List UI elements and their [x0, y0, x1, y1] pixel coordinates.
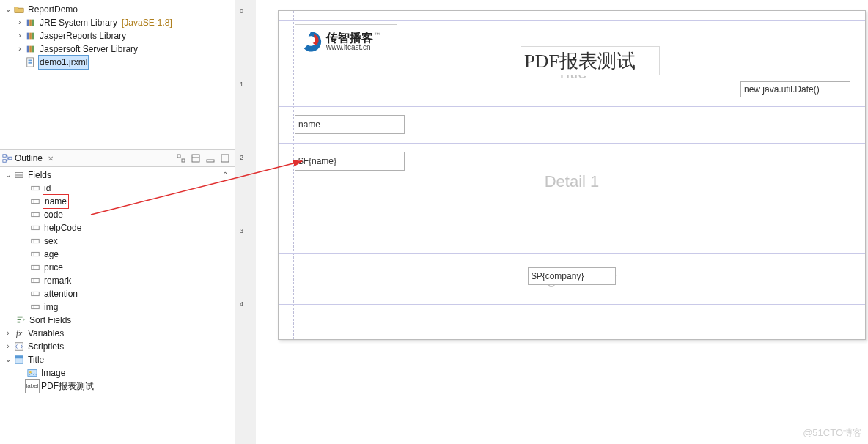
fields-node[interactable]: ⌄ Fields ⌃: [0, 169, 235, 182]
band-label-detail: Detail 1: [545, 172, 600, 191]
logo-swirl-icon: [298, 29, 323, 54]
svg-rect-23: [32, 186, 40, 190]
company-expression[interactable]: $P{company}: [528, 267, 616, 285]
field-label: helpCode: [43, 221, 83, 234]
expand-icon[interactable]: ›: [15, 16, 25, 29]
svg-rect-25: [32, 199, 40, 203]
watermark-text: @51CTO博客: [803, 426, 862, 440]
expand-icon[interactable]: ›: [15, 42, 25, 56]
svg-rect-19: [207, 160, 214, 162]
field-remark[interactable]: remark: [0, 274, 235, 287]
field-icon: [29, 248, 41, 260]
scriptlets-label: Scriptlets: [26, 340, 65, 353]
field-img[interactable]: img: [0, 300, 235, 314]
detail-band[interactable]: Detail 1 $F{name}: [293, 143, 850, 253]
field-price[interactable]: price: [0, 261, 235, 274]
field-label: img: [43, 300, 59, 314]
toolbar-button[interactable]: [174, 152, 188, 165]
svg-point-47: [29, 371, 32, 374]
field-name-expr[interactable]: $F{name}: [295, 152, 405, 171]
field-sex[interactable]: sex: [0, 234, 235, 248]
svg-rect-35: [32, 265, 40, 269]
svg-rect-21: [15, 173, 23, 175]
collapse-icon[interactable]: ⌃: [220, 169, 230, 182]
field-id[interactable]: id: [0, 182, 235, 195]
outline-icon: [1, 152, 13, 164]
jasper-lib-label: JasperReports Library: [38, 29, 128, 42]
field-icon: [29, 275, 41, 286]
jre-library[interactable]: › JRE System Library [JavaSE-1.8]: [0, 16, 235, 29]
page-footer-band[interactable]: Page Footer $P{company}: [293, 257, 850, 301]
column-header-band[interactable]: name: [293, 111, 850, 140]
title-label-node[interactable]: label PDF报表测试: [0, 380, 235, 393]
project-root-label: ReportDemo: [26, 3, 79, 16]
expand-icon[interactable]: ›: [15, 29, 25, 42]
field-icon: [29, 209, 41, 221]
jasper-library[interactable]: › JasperReports Library: [0, 29, 235, 42]
jrxml-icon: [25, 56, 37, 68]
title-label-text: PDF报表测试: [40, 380, 95, 393]
expand-icon[interactable]: ›: [3, 327, 13, 340]
svg-rect-37: [32, 278, 40, 282]
expand-icon[interactable]: ⌄: [3, 353, 13, 366]
field-icon: [29, 182, 41, 194]
field-code[interactable]: code: [0, 208, 235, 221]
report-page[interactable]: Title 传智播客 ™ www.itcast.cn: [278, 10, 866, 340]
minimize-icon[interactable]: [204, 152, 217, 165]
outline-tree[interactable]: ⌄ Fields ⌃ idnamecodehelpCodesexageprice…: [0, 167, 235, 444]
field-label: attention: [43, 287, 79, 300]
design-canvas[interactable]: Title 传智播客 ™ www.itcast.cn: [256, 0, 868, 444]
date-expression[interactable]: new java.util.Date(): [740, 81, 850, 97]
close-icon[interactable]: ✕: [44, 152, 57, 165]
field-attention[interactable]: attention: [0, 287, 235, 300]
svg-rect-6: [27, 46, 29, 53]
toolbar-button[interactable]: [189, 152, 202, 165]
fields-label: Fields: [26, 169, 53, 182]
server-library[interactable]: › Jaspersoft Server Library: [0, 42, 235, 56]
variables-node[interactable]: › fx Variables: [0, 327, 235, 340]
outline-title: Outline: [15, 153, 43, 163]
field-label: age: [43, 248, 60, 261]
expand-icon[interactable]: ⌄: [3, 3, 13, 16]
report-designer: 0 1 2 3 4 Title: [235, 0, 868, 444]
svg-rect-27: [32, 212, 40, 216]
field-icon: [29, 262, 41, 273]
header-cell-name[interactable]: name: [295, 115, 405, 134]
label-icon: label: [26, 380, 38, 392]
project-explorer[interactable]: ⌄ ReportDemo › JRE System Library [JavaS…: [0, 0, 235, 149]
svg-rect-16: [182, 159, 185, 162]
svg-rect-20: [221, 155, 229, 162]
field-label: remark: [43, 274, 73, 287]
field-helpCode[interactable]: helpCode: [0, 221, 235, 234]
svg-rect-8: [32, 46, 34, 53]
report-file[interactable]: demo1.jrxml: [0, 56, 235, 69]
field-icon: [29, 288, 41, 300]
sort-fields-node[interactable]: Sort Fields: [0, 314, 235, 327]
svg-rect-7: [29, 46, 32, 53]
fields-icon: [13, 169, 25, 181]
variables-icon: fx: [13, 328, 25, 339]
svg-rect-11: [29, 62, 32, 64]
project-root[interactable]: ⌄ ReportDemo: [0, 3, 235, 16]
report-title-text[interactable]: PDF报表测试: [521, 46, 660, 75]
outline-header: Outline ✕: [0, 149, 235, 167]
library-icon: [25, 30, 37, 42]
expand-icon[interactable]: ›: [3, 340, 13, 353]
field-age[interactable]: age: [0, 248, 235, 261]
field-name[interactable]: name: [0, 195, 235, 208]
expand-icon[interactable]: ⌄: [3, 169, 13, 182]
maximize-icon[interactable]: [218, 152, 232, 165]
title-image-node[interactable]: Image: [0, 366, 235, 380]
trademark-icon: ™: [374, 32, 380, 38]
svg-rect-2: [32, 20, 34, 26]
scriptlets-node[interactable]: › Scriptlets: [0, 340, 235, 353]
image-icon: [26, 367, 38, 379]
field-icon: [29, 222, 41, 234]
library-icon: [25, 43, 37, 55]
jre-label: JRE System Library: [38, 16, 119, 29]
title-band[interactable]: Title 传智播客 ™ www.itcast.cn: [293, 20, 850, 106]
sort-fields-label: Sort Fields: [28, 314, 73, 327]
title-band-node[interactable]: ⌄ Title: [0, 353, 235, 366]
logo-image[interactable]: 传智播客 ™ www.itcast.cn: [295, 24, 397, 59]
jre-extra: [JavaSE-1.8]: [122, 16, 172, 29]
